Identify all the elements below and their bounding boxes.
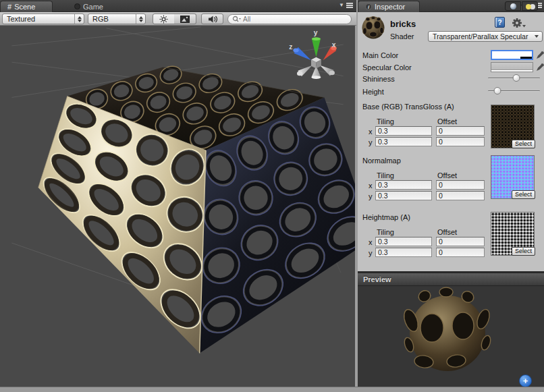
section-title: Normalmap xyxy=(362,157,401,165)
chevron-down-icon: ▼ xyxy=(339,3,344,8)
x-row-label: x xyxy=(369,181,373,190)
sun-icon xyxy=(159,15,168,24)
shininess-label: Shininess xyxy=(362,75,395,83)
scene-grid-icon: # xyxy=(7,3,11,11)
preview-header[interactable]: Preview xyxy=(358,273,544,286)
offset-header: Offset xyxy=(437,117,457,125)
chevron-down-icon xyxy=(535,35,539,38)
add-button[interactable]: + xyxy=(519,374,532,387)
offset-header: Offset xyxy=(437,171,457,179)
shininess-slider[interactable] xyxy=(488,73,540,84)
scene-tabbar: # Scene Game ▼ xyxy=(0,0,356,12)
tiling-x-input[interactable]: 0.3 xyxy=(375,180,432,190)
sphere-icon xyxy=(510,3,516,9)
game-icon xyxy=(74,3,80,9)
heightmap-section: Heightmap (A) Tiling Offset x 0.3 0 y 0.… xyxy=(358,211,544,264)
preview-title: Preview xyxy=(363,275,391,283)
heightmap-select-button[interactable]: Select xyxy=(512,247,535,256)
search-input[interactable] xyxy=(243,16,337,23)
help-button[interactable]: ? xyxy=(495,17,505,28)
offset-y-input[interactable]: 0 xyxy=(436,137,485,146)
specular-color-swatch[interactable] xyxy=(491,62,533,72)
offset-x-input[interactable]: 0 xyxy=(436,126,485,136)
y-row-label: y xyxy=(369,249,373,257)
main-color-label: Main Color xyxy=(362,51,398,59)
tab-scene[interactable]: # Scene xyxy=(0,1,53,12)
shader-label: Shader xyxy=(390,32,414,40)
material-name: bricks xyxy=(390,19,416,29)
material-ball-icon xyxy=(361,16,385,40)
panel-splitter[interactable] xyxy=(356,0,358,387)
normalmap-select-button[interactable]: Select xyxy=(512,190,535,199)
window-bottom-edge xyxy=(0,387,544,392)
eyedropper-icon[interactable] xyxy=(536,50,544,59)
tiling-x-input[interactable]: 0.3 xyxy=(375,237,432,246)
audio-toggle-button[interactable] xyxy=(201,13,223,24)
eyedropper-icon[interactable] xyxy=(536,62,544,72)
height-label: Height xyxy=(362,88,384,96)
question-icon: ? xyxy=(497,19,501,26)
material-preview-panel: Preview xyxy=(358,271,544,387)
tiling-header: Tiling xyxy=(377,171,394,179)
base-texture-section: Base (RGB) TransGloss (A) Tiling Offset … xyxy=(358,101,544,155)
lighting-toggle-button[interactable] xyxy=(153,13,175,24)
render-mode-dropdown[interactable]: Textured xyxy=(2,13,84,24)
gizmo-x-label: x xyxy=(332,41,336,49)
shader-dropdown[interactable]: Transparent/Parallax Specular xyxy=(428,31,543,42)
gear-icon xyxy=(512,18,526,28)
height-slider-thumb[interactable] xyxy=(493,87,501,94)
section-title: Base (RGB) TransGloss (A) xyxy=(362,103,454,111)
tab-inspector[interactable]: i Inspector xyxy=(358,1,420,12)
base-select-button[interactable]: Select xyxy=(512,140,535,148)
render-mode-value: Textured xyxy=(3,15,74,23)
tiling-y-input[interactable]: 0.3 xyxy=(375,248,432,257)
offset-y-input[interactable]: 0 xyxy=(436,191,485,200)
orientation-gizmo[interactable]: y z x xyxy=(289,29,336,79)
scene-panel: # Scene Game ▼ Textured RGB xyxy=(0,0,356,387)
y-axis-cone[interactable] xyxy=(312,39,321,57)
normalmap-section: Normalmap Tiling Offset x 0.3 0 y 0.3 0 … xyxy=(358,154,544,208)
x-row-label: x xyxy=(369,128,373,136)
height-slider[interactable] xyxy=(488,86,540,96)
y-row-label: y xyxy=(369,192,373,200)
tab-inspector-label: Inspector xyxy=(375,3,405,11)
offset-x-input[interactable]: 0 xyxy=(436,180,485,190)
shader-value: Transparent/Parallax Specular xyxy=(429,32,535,40)
scene-viewport[interactable]: y z x xyxy=(0,26,356,387)
main-color-swatch[interactable] xyxy=(491,50,533,60)
offset-header: Offset xyxy=(437,228,457,236)
settings-button[interactable] xyxy=(512,18,526,28)
scene-toolbar: Textured RGB xyxy=(0,12,356,26)
tiling-x-input[interactable]: 0.3 xyxy=(375,126,432,136)
scene-3d-view: y z x xyxy=(0,26,355,387)
tab-scene-label: Scene xyxy=(14,3,35,11)
preview-lighting-button[interactable] xyxy=(522,1,538,11)
updown-arrows-icon xyxy=(74,14,84,24)
search-icon xyxy=(232,16,241,23)
hamburger-icon xyxy=(346,3,353,4)
tab-game-label: Game xyxy=(83,3,103,11)
preview-sphere-view xyxy=(358,287,544,389)
offset-x-input[interactable]: 0 xyxy=(436,237,485,246)
x-row-label: x xyxy=(369,238,373,246)
tab-game[interactable]: Game xyxy=(67,1,110,12)
tiling-y-input[interactable]: 0.3 xyxy=(375,137,432,146)
textured-cube[interactable] xyxy=(38,63,355,353)
tiling-y-input[interactable]: 0.3 xyxy=(375,191,432,200)
tiling-header: Tiling xyxy=(377,117,394,125)
skybox-toggle-button[interactable] xyxy=(174,13,196,24)
image-icon xyxy=(180,16,190,23)
tiling-header: Tiling xyxy=(377,228,394,236)
section-title: Heightmap (A) xyxy=(362,213,410,221)
offset-y-input[interactable]: 0 xyxy=(436,248,485,257)
color-mode-value: RGB xyxy=(88,15,136,23)
color-mode-dropdown[interactable]: RGB xyxy=(88,13,146,24)
gizmo-z-label: z xyxy=(289,43,292,51)
scene-panel-menu-icon[interactable]: ▼ xyxy=(339,3,353,8)
info-icon: i xyxy=(365,3,372,10)
shininess-slider-thumb[interactable] xyxy=(513,74,520,82)
scene-search-field[interactable] xyxy=(227,14,352,24)
preview-mesh-button[interactable] xyxy=(505,1,521,11)
updown-arrows-icon xyxy=(136,14,145,24)
light-icon xyxy=(526,4,531,9)
